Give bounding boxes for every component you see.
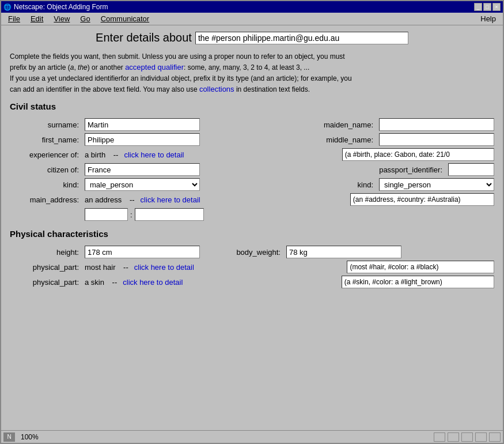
physical-part2-dash: -- bbox=[110, 278, 117, 287]
experiencer-detail-link[interactable]: click here to detail bbox=[124, 150, 184, 159]
address-sub-input2[interactable] bbox=[135, 208, 204, 221]
menu-help[interactable]: Help bbox=[476, 13, 501, 24]
maximize-button[interactable]: □ bbox=[483, 3, 491, 11]
passport-label: passport_identifier: bbox=[362, 165, 442, 174]
citizen-row: citizen of: passport_identifier: bbox=[10, 162, 494, 177]
main-address-detail-link[interactable]: click here to detail bbox=[141, 195, 200, 204]
menu-file[interactable]: File bbox=[3, 13, 25, 24]
collections-link[interactable]: collections bbox=[199, 85, 234, 93]
menu-items: File Edit View Go Communicator bbox=[3, 13, 154, 24]
description-block: Complete the fields you want, then submi… bbox=[10, 51, 494, 95]
kind-label2: kind: bbox=[344, 180, 373, 189]
experiencer-result[interactable] bbox=[342, 148, 494, 161]
kind-select1[interactable]: male_person female_person bbox=[85, 178, 200, 191]
kind-select2[interactable]: single_person married_person bbox=[379, 178, 494, 191]
passport-input[interactable] bbox=[448, 163, 494, 176]
main-address-result[interactable] bbox=[350, 193, 494, 206]
main-address-dash: -- bbox=[127, 195, 134, 204]
physical-part2-prefix: a skin bbox=[85, 278, 104, 287]
page-title-row: Enter details about bbox=[10, 31, 494, 44]
menu-go[interactable]: Go bbox=[75, 13, 94, 24]
physical-part2-row: physical_part: a skin -- click here to d… bbox=[10, 274, 494, 289]
physical-part1-label: physical_part: bbox=[10, 263, 79, 272]
desc-line4: If you use a yet undeclared identifierfo… bbox=[10, 74, 352, 82]
desc-line6: in destination text fields. bbox=[234, 85, 310, 93]
body-weight-input[interactable] bbox=[286, 246, 401, 258]
address-sub-row: : bbox=[85, 207, 494, 222]
height-label: height: bbox=[10, 248, 79, 257]
experiencer-label: experiencer of: bbox=[10, 150, 79, 159]
status-btn5[interactable] bbox=[489, 432, 501, 442]
status-bar: N 100% bbox=[1, 430, 503, 443]
kind-row: kind: male_person female_person kind: si… bbox=[10, 177, 494, 192]
address-colon: : bbox=[130, 210, 132, 219]
surname-label: surname: bbox=[10, 121, 79, 129]
surname-input[interactable] bbox=[85, 118, 200, 131]
first-name-label: first_name: bbox=[10, 136, 79, 144]
status-btn2[interactable] bbox=[448, 432, 459, 442]
status-btn1[interactable] bbox=[434, 432, 445, 442]
main-content: Enter details about Complete the fields … bbox=[1, 25, 503, 430]
main-window: 🌐 Netscape: Object Adding Form _ □ × Fil… bbox=[0, 0, 504, 444]
address-sub-input1[interactable] bbox=[85, 208, 128, 221]
desc-line1: Complete the fields you want, then submi… bbox=[10, 52, 345, 61]
desc-line5: can add an identifier in the above text … bbox=[10, 85, 199, 93]
experiencer-prefix: a birth bbox=[85, 150, 105, 159]
status-percent: 100% bbox=[21, 433, 39, 441]
experiencer-dash: -- bbox=[111, 150, 118, 159]
citizen-input[interactable] bbox=[85, 163, 200, 176]
status-right-buttons bbox=[434, 432, 501, 442]
menu-view[interactable]: View bbox=[49, 13, 74, 24]
minimize-button[interactable]: _ bbox=[474, 3, 482, 11]
civil-status-title: Civil status bbox=[10, 101, 494, 111]
body-weight-label: body_weight: bbox=[223, 248, 281, 257]
physical-part1-result[interactable] bbox=[347, 261, 494, 273]
experiencer-row: experiencer of: a birth -- click here to… bbox=[10, 147, 494, 162]
title-bar-buttons: _ □ × bbox=[474, 3, 501, 11]
maiden-name-input[interactable] bbox=[379, 118, 494, 131]
physical-part1-dash: -- bbox=[121, 263, 128, 272]
desc-line2: prefix by an article (a, the) or another bbox=[10, 63, 125, 72]
title-bar: 🌐 Netscape: Object Adding Form _ □ × bbox=[1, 1, 503, 13]
title-bar-left: 🌐 Netscape: Object Adding Form bbox=[3, 3, 108, 11]
close-button[interactable]: × bbox=[492, 3, 501, 11]
window-title: Netscape: Object Adding Form bbox=[14, 3, 108, 11]
menu-edit[interactable]: Edit bbox=[26, 13, 48, 24]
physical-part2-result[interactable] bbox=[342, 276, 494, 288]
surname-row: surname: maiden_name: bbox=[10, 117, 494, 132]
main-address-label: main_address: bbox=[10, 195, 79, 204]
main-address-prefix: an address bbox=[85, 195, 122, 204]
page-title-input[interactable] bbox=[195, 32, 408, 44]
height-row: height: body_weight: bbox=[10, 244, 494, 259]
firstname-row: first_name: middle_name: bbox=[10, 132, 494, 147]
physical-title: Physical characteristics bbox=[10, 229, 494, 239]
physical-part1-row: physical_part: most hair -- click here t… bbox=[10, 259, 494, 274]
physical-part2-label: physical_part: bbox=[10, 278, 79, 287]
menu-bar: File Edit View Go Communicator Help bbox=[1, 13, 503, 25]
menu-communicator[interactable]: Communicator bbox=[96, 13, 154, 24]
page-title-prefix: Enter details about bbox=[96, 31, 192, 44]
status-btn4[interactable] bbox=[475, 432, 487, 442]
status-icon: N bbox=[3, 432, 15, 442]
first-name-input[interactable] bbox=[85, 133, 200, 146]
physical-part2-detail-link[interactable]: click here to detail bbox=[123, 278, 183, 287]
middle-name-input[interactable] bbox=[379, 133, 494, 146]
middle-name-label: middle_name: bbox=[310, 136, 373, 144]
height-input[interactable] bbox=[85, 246, 200, 258]
main-address-row: main_address: an address -- click here t… bbox=[10, 192, 494, 207]
maiden-name-label: maiden_name: bbox=[310, 121, 373, 129]
citizen-label: citizen of: bbox=[10, 165, 79, 174]
kind-label1: kind: bbox=[10, 180, 79, 189]
physical-part1-detail-link[interactable]: click here to detail bbox=[134, 263, 194, 272]
accepted-qualifier-link[interactable]: accepted qualifier bbox=[125, 63, 184, 72]
desc-line3: : some, any, many, 3, 2 to 4, at least 3… bbox=[184, 63, 309, 72]
status-btn3[interactable] bbox=[461, 432, 473, 442]
netscape-icon: 🌐 bbox=[3, 3, 12, 11]
physical-part1-prefix: most hair bbox=[85, 263, 115, 272]
